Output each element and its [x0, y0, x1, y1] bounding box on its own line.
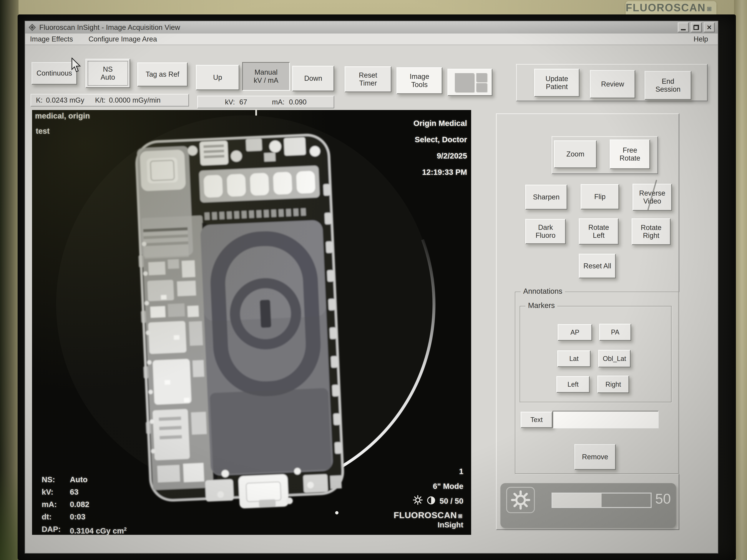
k-label: K: — [36, 96, 43, 104]
dose-status-box: K: 0.0243 mGy K/t: 0.0000 mGy/min — [31, 94, 189, 106]
marker-lat-button[interactable]: Lat — [557, 350, 591, 367]
ma-value: 0.090 — [289, 98, 307, 106]
restore-button[interactable] — [691, 22, 702, 32]
annotations-label: Annotations — [521, 287, 565, 295]
marker-obl-lat-button[interactable]: Obl_Lat — [598, 350, 630, 367]
update-patient-button[interactable]: UpdatePatient — [534, 69, 579, 97]
study-info-overlay: Origin Medical Select, Doctor 9/2/2025 1… — [413, 115, 467, 180]
menu-help[interactable]: Help — [694, 35, 708, 43]
image-artifact-dot — [335, 511, 338, 514]
window-title: Fluoroscan InSight - Image Acquisition V… — [39, 23, 180, 31]
marker-ap-button[interactable]: AP — [558, 324, 592, 341]
flip-button[interactable]: Flip — [581, 184, 619, 209]
xray-image-viewport[interactable]: medical, origin test Origin Medical Sele… — [32, 110, 471, 535]
brightness-control: 50 — [500, 483, 676, 528]
manual-kv-ma-button[interactable]: ManualkV / mA — [242, 62, 290, 91]
menu-configure-image-area[interactable]: Configure Image Area — [88, 35, 157, 43]
brightness-slider[interactable] — [551, 492, 651, 508]
image-tools-button[interactable]: ImageTools — [396, 67, 442, 94]
facility-overlay: Origin Medical — [413, 115, 467, 132]
sun-icon — [511, 490, 530, 510]
brightness-sun-icon — [413, 495, 422, 505]
dark-fluoro-button[interactable]: DarkFluoro — [525, 219, 566, 244]
date-overlay: 9/2/2025 — [413, 148, 467, 164]
ns-auto-button[interactable]: NSAuto — [85, 59, 130, 88]
mode-label: 6" Mode — [394, 479, 463, 494]
fluoroscan-watermark: FLUOROSCAN◈ InSight — [394, 511, 463, 529]
rotate-left-button[interactable]: RotateLeft — [579, 218, 619, 245]
technique-overlay: NS:Auto kV:63 mA:0.082 dt:0:03 DAP:0.310… — [42, 473, 127, 535]
frame-info-overlay: 1 6" Mode — [394, 464, 463, 529]
title-bar: Fluoroscan InSight - Image Acquisition V… — [25, 21, 718, 33]
layout-toggle-button[interactable] — [447, 69, 492, 96]
kv-value: 67 — [239, 98, 247, 106]
continuous-button[interactable]: Continuous — [31, 62, 77, 85]
field-orientation-tick — [255, 110, 257, 115]
restore-icon — [693, 25, 699, 30]
menu-image-effects[interactable]: Image Effects — [30, 35, 73, 43]
marker-pa-button[interactable]: PA — [599, 324, 631, 341]
rotate-right-button[interactable]: RotateRight — [632, 218, 671, 245]
marker-left-button[interactable]: Left — [556, 376, 590, 393]
monitor-screen: Fluoroscan InSight - Image Acquisition V… — [18, 15, 736, 560]
tag-as-ref-button[interactable]: Tag as Ref — [137, 62, 188, 86]
reset-timer-button[interactable]: ResetTimer — [344, 66, 391, 92]
text-annotation-button[interactable]: Text — [521, 412, 552, 428]
close-button[interactable]: ✕ — [704, 22, 715, 32]
ma-label: mA: — [272, 98, 285, 106]
app-window: Fluoroscan InSight - Image Acquisition V… — [25, 21, 718, 554]
kt-value: 0.0000 mGy/min — [109, 96, 161, 104]
brightness-value: 50 — [655, 490, 671, 507]
minimize-button[interactable] — [678, 22, 689, 32]
close-icon: ✕ — [706, 24, 712, 31]
patient-id-overlay: test — [36, 127, 50, 136]
markers-group: Markers — [520, 306, 672, 402]
technique-status-box: kV: 67 mA: 0.090 — [197, 96, 334, 108]
minimize-icon — [681, 29, 686, 30]
patient-name-overlay: medical, origin — [35, 111, 90, 121]
monitor-photo: FLUOROSCAN◈ InSight Fluoroscan InSight -… — [0, 0, 747, 560]
kt-label: K/t: — [95, 96, 106, 104]
bezel-logo-text: FLUOROSCAN — [626, 2, 706, 14]
remove-annotation-button[interactable]: Remove — [574, 444, 616, 470]
contrast-icon — [427, 496, 436, 505]
time-overlay: 12:19:33 PM — [413, 164, 467, 180]
kv-up-button[interactable]: Up — [196, 65, 239, 90]
review-button[interactable]: Review — [590, 70, 635, 98]
annotation-text-input[interactable] — [552, 411, 659, 428]
kv-label: kV: — [225, 98, 235, 106]
window-level-value: 50 / 50 — [440, 497, 463, 505]
mouse-cursor — [71, 58, 82, 73]
zoom-button[interactable]: Zoom — [554, 140, 597, 168]
monitor-bezel-right-edge — [734, 0, 747, 560]
k-value: 0.0243 mGy — [46, 96, 84, 104]
markers-label: Markers — [525, 301, 557, 310]
phone-xray — [133, 134, 344, 513]
reset-all-button[interactable]: Reset All — [579, 254, 616, 278]
frame-number: 1 — [394, 464, 463, 479]
brightness-sun-button[interactable] — [506, 487, 535, 513]
layout-icon — [455, 73, 474, 92]
image-control-panel: Zoom FreeRotate Sharpen Flip ReverseVide… — [496, 113, 679, 530]
menu-bar: Image Effects Configure Image Area Help — [25, 33, 718, 45]
kv-down-button[interactable]: Down — [292, 66, 334, 91]
physician-overlay: Select, Doctor — [413, 132, 467, 148]
app-icon — [28, 23, 36, 31]
fluoroscan-diamond-icon: ◈ — [704, 3, 716, 15]
end-session-button[interactable]: EndSession — [645, 71, 691, 100]
free-rotate-button[interactable]: FreeRotate — [610, 139, 650, 169]
sharpen-button[interactable]: Sharpen — [525, 185, 567, 210]
brightness-slider-fill — [552, 494, 601, 507]
marker-right-button[interactable]: Right — [597, 376, 629, 393]
